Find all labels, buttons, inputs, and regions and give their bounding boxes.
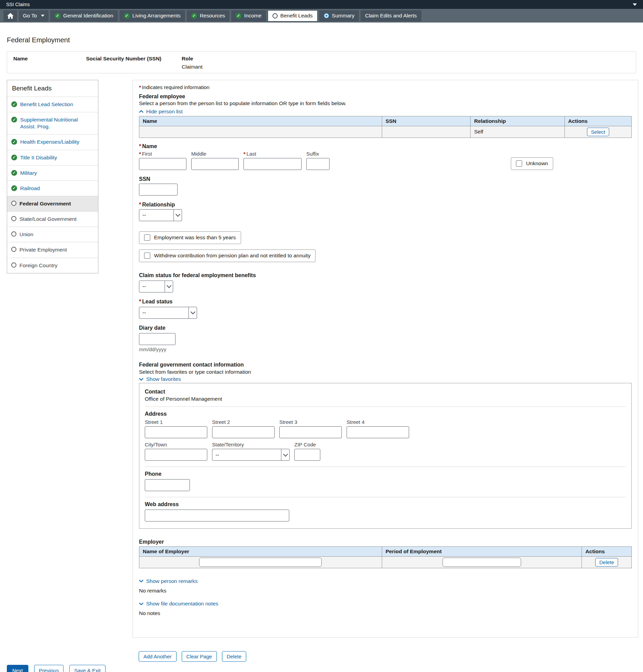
delete-button[interactable]: Delete — [222, 651, 246, 662]
federal-employee-heading: Federal employee — [139, 94, 632, 100]
next-button[interactable]: Next — [7, 665, 28, 672]
sidebar-item-state-local-government[interactable]: State/Local Government — [7, 211, 98, 227]
select-person-button[interactable]: Select — [587, 128, 609, 136]
show-favorites-link[interactable]: Show favorites — [139, 376, 181, 382]
tab-income[interactable]: ✓ Income — [231, 10, 266, 22]
show-person-remarks-link[interactable]: Show person remarks — [139, 578, 198, 584]
street-fields-row: Street 1 Street 2 Street 3 Street 4 — [145, 419, 626, 438]
hide-person-list-link[interactable]: Hide person list — [139, 109, 183, 115]
street3-input[interactable] — [279, 426, 342, 438]
employer-name-input[interactable] — [199, 558, 322, 567]
claim-status-select[interactable]: -- — [139, 281, 173, 293]
withdrew-contribution-checkbox[interactable] — [144, 252, 150, 259]
previous-button[interactable]: Previous — [34, 665, 63, 672]
chevron-down-icon — [139, 580, 143, 583]
person-header: Name Social Security Number (SSN) Role C… — [7, 51, 636, 73]
sidebar-item-private-employment[interactable]: Private Employment — [7, 242, 98, 257]
clear-page-button[interactable]: Clear Page — [182, 651, 217, 662]
tab-label: Resources — [200, 13, 225, 19]
claim-status-label: Claim status for federal employment bene… — [139, 272, 632, 278]
sidebar-item-federal-government[interactable]: Federal Government — [7, 196, 98, 211]
middle-name-label: Middle — [191, 151, 239, 157]
withdrew-contribution-group: Withdrew contribution from pension plan … — [139, 249, 316, 262]
person-role-value: Claimant — [182, 64, 203, 70]
complete-check-icon: ✓ — [191, 13, 197, 19]
suffix-input[interactable] — [306, 158, 329, 170]
person-table-header-ssn: SSN — [382, 116, 471, 126]
person-table-header-row: Name SSN Relationship Actions — [139, 116, 632, 126]
complete-check-icon: ✓ — [124, 13, 130, 19]
home-icon — [7, 13, 14, 19]
select-chevron-icon — [165, 281, 173, 292]
middle-name-input[interactable] — [191, 158, 239, 170]
period-of-employment-input[interactable] — [442, 558, 521, 567]
show-file-documentation-notes-link[interactable]: Show file documentation notes — [139, 601, 218, 607]
first-name-input[interactable] — [139, 158, 186, 170]
complete-check-icon: ✓ — [11, 139, 17, 145]
federal-employment-form: *Indicates required information Federal … — [133, 80, 638, 637]
contact-label: Contact — [145, 389, 626, 395]
save-and-exit-button[interactable]: Save & Exit — [69, 665, 106, 672]
sidebar-item-military[interactable]: ✓ Military — [7, 165, 98, 181]
divider — [145, 466, 626, 467]
city-input[interactable] — [145, 449, 207, 461]
tab-resources[interactable]: ✓ Resources — [187, 10, 230, 22]
contact-section-instruction: Select from favorites or type contact in… — [139, 369, 632, 375]
active-circle-icon — [11, 201, 16, 206]
employer-heading: Employer — [139, 539, 632, 545]
sidebar-item-union[interactable]: Union — [7, 227, 98, 242]
add-another-button[interactable]: Add Another — [138, 651, 177, 662]
no-notes-text: No notes — [139, 610, 632, 617]
chevron-down-icon — [139, 602, 143, 606]
city-label: City/Town — [145, 441, 207, 448]
unknown-checkbox[interactable] — [516, 160, 522, 166]
city-state-zip-row: City/Town State/Territory -- ZIP Code — [145, 441, 626, 461]
tab-living-arrangements[interactable]: ✓ Living Arrangements — [120, 10, 185, 22]
street4-input[interactable] — [347, 426, 409, 438]
benefit-leads-sidebar: Benefit Leads ✓ Benefit Lead Selection ✓… — [7, 80, 98, 273]
lead-status-select[interactable]: -- — [139, 307, 197, 319]
goto-dropdown[interactable]: Go To — [19, 10, 48, 22]
street1-input[interactable] — [145, 426, 207, 438]
unknown-checkbox-label: Unknown — [526, 160, 548, 166]
page-title: Federal Employment — [7, 36, 643, 44]
sidebar-item-title-2-disability[interactable]: ✓ Title II Disability — [7, 150, 98, 165]
diary-date-input[interactable] — [139, 333, 175, 345]
home-button[interactable] — [3, 10, 17, 22]
employment-less-5-years-checkbox[interactable] — [144, 235, 150, 240]
app-menu-caret-icon[interactable] — [633, 3, 637, 6]
delete-employer-button[interactable]: Delete — [595, 558, 618, 567]
street2-input[interactable] — [212, 426, 275, 438]
tab-summary[interactable]: Summary — [319, 10, 359, 22]
sidebar-item-health-expenses[interactable]: ✓ Health Expenses/Liability — [7, 134, 98, 149]
pending-circle-icon — [11, 232, 16, 237]
sidebar-item-foreign-country[interactable]: Foreign Country — [7, 258, 98, 273]
phone-input[interactable] — [145, 479, 190, 491]
tab-benefit-leads[interactable]: Benefit Leads — [268, 10, 318, 22]
tab-label: Benefit Leads — [280, 13, 313, 19]
web-address-input[interactable] — [145, 510, 289, 522]
diary-date-hint: mm/dd/yyyy — [139, 346, 632, 352]
employer-header-period: Period of Employment — [382, 547, 582, 557]
tab-claim-edits-and-alerts[interactable]: Claim Edits and Alerts — [361, 10, 421, 22]
summary-progress-icon — [324, 13, 329, 18]
sidebar-item-benefit-lead-selection[interactable]: ✓ Benefit Lead Selection — [7, 97, 98, 112]
app-header: SSI Claims — [0, 0, 643, 9]
app-title: SSI Claims — [6, 2, 30, 7]
pending-circle-icon — [11, 247, 16, 252]
last-name-input[interactable] — [243, 158, 302, 170]
select-chevron-icon — [281, 449, 289, 460]
tab-label: General Identification — [63, 13, 113, 19]
complete-check-icon: ✓ — [11, 117, 17, 123]
zip-input[interactable] — [294, 449, 320, 461]
state-select[interactable]: -- — [212, 449, 290, 461]
sidebar-item-railroad[interactable]: ✓ Railroad — [7, 181, 98, 196]
tab-general-identification[interactable]: ✓ General Identification — [50, 10, 118, 22]
pending-circle-icon — [11, 262, 16, 267]
employer-header-actions: Actions — [582, 547, 632, 557]
sidebar-item-supplemental-nutritional[interactable]: ✓ Supplemental Nutritional Assist. Prog. — [7, 112, 98, 134]
ssn-input[interactable] — [139, 184, 178, 196]
street2-label: Street 2 — [212, 419, 275, 425]
relationship-select[interactable]: -- — [139, 209, 182, 221]
form-actions: Add Another Clear Page Delete — [138, 651, 246, 662]
